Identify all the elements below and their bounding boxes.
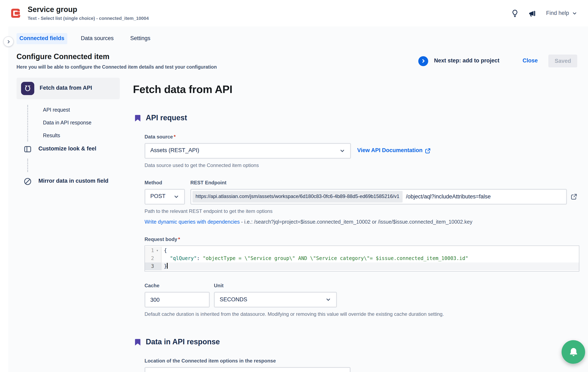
endpoint-path-input[interactable] — [403, 194, 565, 200]
section-api-request: API request — [135, 113, 577, 123]
endpoint-labels: Method REST Endpoint — [145, 180, 577, 189]
step-customize-look-feel[interactable]: Customize look & feel — [17, 144, 120, 153]
code-line-2: 2 "qlQuery": "objectType = \"Service gro… — [145, 255, 579, 263]
substep-data-in-api-response[interactable]: Data in API response — [17, 117, 120, 129]
lightbulb-icon[interactable] — [511, 9, 519, 17]
stage: Service group Text - Select list (single… — [0, 0, 588, 372]
endpoint-base-url: https://api.atlassian.com/jsm/assets/wor… — [192, 191, 403, 203]
close-button[interactable]: Close — [523, 58, 538, 65]
data-source-label: Data source* — [145, 134, 577, 140]
substep-api-request[interactable]: API request — [17, 104, 120, 117]
request-body-editor[interactable]: 1▾ { 2 "qlQuery": "objectType = \"Servic… — [145, 246, 579, 272]
step-fetch-data-label: Fetch data from API — [40, 85, 92, 92]
code-text: } — [161, 263, 168, 271]
substep-results[interactable]: Results — [17, 129, 120, 142]
line-number: 2 — [145, 255, 154, 263]
data-source-select[interactable]: Assets (REST_API) — [145, 143, 351, 159]
configure-layout: ℧ Fetch data from API API request Data i… — [8, 75, 588, 372]
code-line-1: 1▾ { — [145, 247, 579, 255]
bookmark-icon — [135, 115, 140, 121]
chevron-down-icon — [339, 148, 345, 154]
section-data-response-title: Data in API response — [146, 338, 220, 347]
endpoint-group: Method REST Endpoint POST https://api.at… — [145, 180, 577, 226]
open-endpoint-icon[interactable] — [571, 193, 577, 200]
top-bar: Service group Text - Select list (single… — [0, 0, 588, 26]
data-source-value: Assets (REST_API) — [150, 147, 199, 154]
location-group: Location of the Connected item options i… — [145, 358, 577, 372]
step-mirror-data[interactable]: Mirror data in custom field — [17, 177, 120, 186]
configure-header: Configure Connected item Here you will b… — [8, 47, 588, 75]
unit-select[interactable]: SECONDS — [214, 292, 337, 308]
cache-help: Default cache duration is inherited from… — [145, 311, 577, 318]
find-help-menu[interactable]: Find help — [546, 10, 577, 17]
configure-subtitle: Here you will be able to configure the C… — [17, 64, 217, 70]
cache-label: Cache — [145, 283, 210, 289]
code-line-3: 3 } — [145, 263, 579, 271]
dynamic-queries-example: - i.e.: /search?jql=project=$issue.conne… — [240, 219, 472, 225]
method-select[interactable]: POST — [145, 189, 185, 205]
chevron-right-icon — [6, 39, 11, 44]
next-step-link[interactable]: Next step: add to project — [434, 58, 499, 65]
external-link-icon — [425, 148, 431, 154]
cache-input[interactable] — [145, 292, 210, 308]
circle-slash-icon — [23, 177, 32, 186]
method-value: POST — [150, 193, 166, 200]
next-step-icon[interactable] — [418, 56, 428, 66]
unit-value: SECONDS — [220, 296, 247, 303]
cache-col: Cache — [145, 283, 210, 308]
text-cursor — [167, 263, 168, 269]
endpoint-row: POST https://api.atlassian.com/jsm/asset… — [145, 189, 577, 205]
step-connector — [27, 159, 120, 172]
layout-panel-icon — [23, 144, 32, 153]
tab-settings[interactable]: Settings — [127, 33, 153, 44]
chevron-down-icon — [326, 297, 331, 303]
fetch-data-icon: ℧ — [21, 82, 34, 95]
rest-endpoint-field[interactable]: https://api.atlassian.com/jsm/assets/wor… — [190, 189, 567, 205]
tab-connected-fields[interactable]: Connected fields — [17, 33, 67, 44]
line-number: 1 — [145, 247, 154, 255]
form-title: Fetch data from API — [133, 83, 577, 96]
line-number: 3 — [145, 263, 154, 271]
step-fetch-data[interactable]: ℧ Fetch data from API — [17, 78, 120, 99]
page-title: Service group — [28, 5, 149, 14]
configure-actions: Next step: add to project Close Saved — [418, 55, 577, 67]
section-data-response: Data in API response — [135, 338, 577, 347]
title-block: Service group Text - Select list (single… — [28, 5, 149, 22]
dynamic-queries-link[interactable]: Write dynamic queries with dependencies — [145, 219, 240, 225]
json-key: "qlQuery" — [170, 256, 197, 262]
data-source-group: Data source* Assets (REST_API) View API … — [145, 134, 577, 169]
required-asterisk: * — [178, 237, 180, 242]
location-label: Location of the Connected item options i… — [145, 358, 577, 364]
app-logo-icon — [8, 6, 22, 20]
saved-button[interactable]: Saved — [548, 55, 577, 67]
tab-bar: Connected fields Data sources Settings — [8, 26, 588, 47]
unit-col: Unit SECONDS — [214, 283, 337, 308]
bookmark-icon — [135, 339, 140, 345]
code-text: { — [161, 247, 167, 255]
step-mirror-label: Mirror data in custom field — [38, 178, 108, 185]
bell-icon — [568, 347, 579, 357]
topbar-actions: Find help — [511, 9, 577, 18]
section-api-request-title: API request — [146, 113, 187, 123]
rest-endpoint-label: REST Endpoint — [190, 180, 227, 186]
fold-marker-icon[interactable]: ▾ — [154, 247, 161, 255]
chevron-down-icon — [572, 11, 577, 16]
required-asterisk: * — [174, 134, 176, 140]
cache-group: Cache Unit SECONDS — [145, 283, 577, 318]
tab-data-sources[interactable]: Data sources — [78, 33, 117, 44]
request-body-group: Request body* 1▾ { 2 "qlQuery": "objectT… — [145, 237, 577, 272]
location-input[interactable] — [145, 367, 351, 372]
method-label: Method — [145, 180, 190, 186]
megaphone-icon[interactable] — [528, 9, 537, 18]
step-customize-label: Customize look & feel — [38, 145, 96, 153]
page-subtitle: Text - Select list (single choice) - con… — [28, 16, 149, 22]
configure-form: Fetch data from API API request Data sou… — [133, 78, 577, 372]
json-string-value: "objectType = \"Service group\" AND \"Se… — [203, 256, 468, 262]
request-body-label: Request body* — [145, 237, 577, 243]
content-area: Connected fields Data sources Settings C… — [8, 26, 588, 372]
notifications-fab[interactable] — [562, 340, 585, 364]
app-window: Service group Text - Select list (single… — [0, 0, 588, 372]
sidebar-expand-button[interactable] — [3, 36, 14, 47]
cache-row: Cache Unit SECONDS — [145, 283, 577, 308]
view-api-documentation-link[interactable]: View API Documentation — [357, 147, 431, 154]
